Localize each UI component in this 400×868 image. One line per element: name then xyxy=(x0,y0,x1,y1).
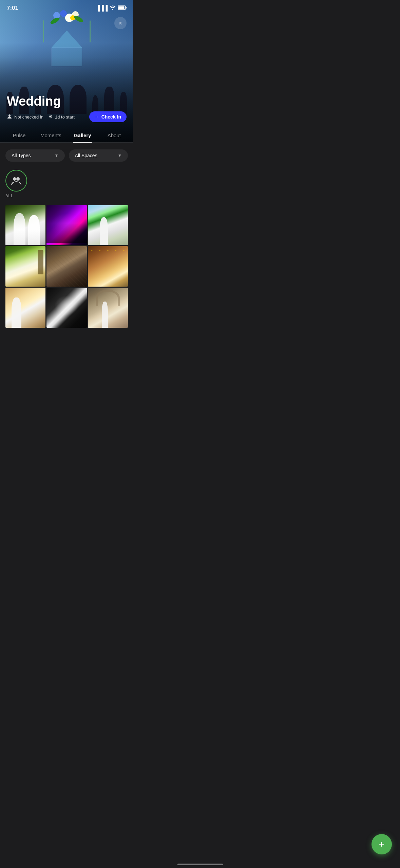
check-in-arrow-icon: → xyxy=(95,114,99,120)
tab-gallery[interactable]: Gallery xyxy=(67,128,98,142)
check-in-status: Not checked in xyxy=(7,114,43,120)
svg-point-6 xyxy=(16,177,20,181)
photo-item[interactable] xyxy=(5,288,45,328)
person-icon xyxy=(7,114,12,120)
photo-grid xyxy=(5,205,128,328)
all-avatar[interactable] xyxy=(5,170,27,192)
photo-item[interactable] xyxy=(5,205,45,245)
battery-icon xyxy=(118,5,127,11)
hero-meta: Not checked in 1d to start → Check In xyxy=(7,111,127,122)
photo-item[interactable] xyxy=(88,288,128,328)
avatar-group: ALL xyxy=(5,170,128,198)
main-content: All Types ▼ All Spaces ▼ ALL xyxy=(0,143,133,334)
photo-item[interactable] xyxy=(46,205,87,245)
avatar-label: ALL xyxy=(5,194,13,198)
navigation-tabs: Pulse Moments Gallery About xyxy=(0,128,133,143)
svg-point-4 xyxy=(50,116,51,117)
filter-all-spaces[interactable]: All Spaces ▼ xyxy=(69,149,128,162)
broadcast-icon xyxy=(47,114,53,120)
status-icons: ▐▐▐ xyxy=(96,5,127,11)
filter-row: All Types ▼ All Spaces ▼ xyxy=(5,149,128,162)
photo-item[interactable] xyxy=(46,288,87,328)
check-in-button[interactable]: → Check In xyxy=(89,111,127,122)
photo-item[interactable] xyxy=(46,246,87,286)
svg-rect-2 xyxy=(118,6,125,9)
status-time: 7:01 xyxy=(7,5,18,12)
status-bar: 7:01 ▐▐▐ xyxy=(0,0,133,12)
photo-item[interactable] xyxy=(88,246,128,286)
chevron-down-icon: ▼ xyxy=(55,153,59,158)
filter-all-types[interactable]: All Types ▼ xyxy=(5,149,65,162)
hero-content: Wedding Not checked in xyxy=(0,94,133,122)
chevron-down-icon: ▼ xyxy=(118,153,122,158)
svg-rect-1 xyxy=(126,7,127,8)
signal-icon: ▐▐▐ xyxy=(96,5,108,11)
wifi-icon xyxy=(110,5,116,11)
time-to-start: 1d to start xyxy=(47,114,75,120)
tab-moments[interactable]: Moments xyxy=(35,128,66,142)
event-title: Wedding xyxy=(7,94,127,109)
close-icon: × xyxy=(119,20,122,27)
svg-point-3 xyxy=(8,114,11,116)
tab-pulse[interactable]: Pulse xyxy=(3,128,35,142)
photo-item[interactable] xyxy=(5,246,45,286)
tab-about[interactable]: About xyxy=(98,128,130,142)
svg-point-5 xyxy=(13,177,16,181)
photo-item[interactable] xyxy=(88,205,128,245)
hero-section: 7:01 ▐▐▐ × Wedding xyxy=(0,0,133,143)
close-button[interactable]: × xyxy=(114,17,127,29)
